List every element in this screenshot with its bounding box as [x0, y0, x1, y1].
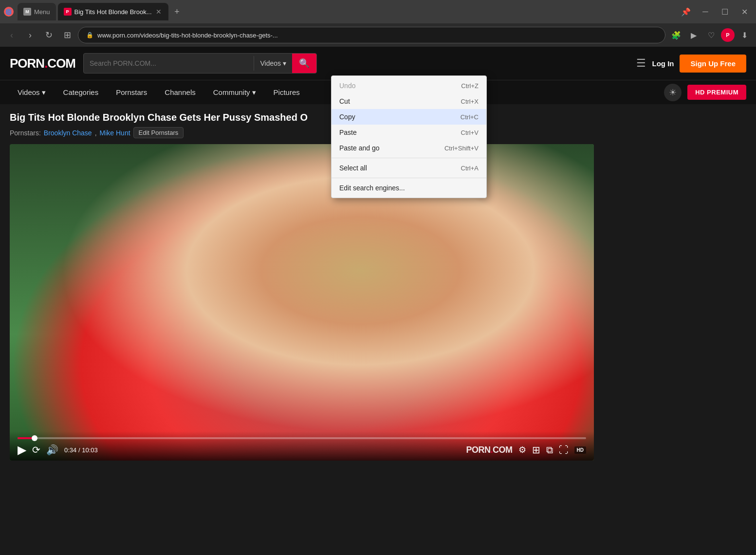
- nav-item-videos[interactable]: Videos ▾: [10, 80, 54, 105]
- progress-handle[interactable]: [32, 435, 37, 441]
- total-time: 10:03: [82, 446, 98, 454]
- context-menu-separator-1: [332, 158, 486, 158]
- site-header: PORN.COM Videos ▾ 🔍 ☰ Log In Sign Up Fre…: [0, 47, 756, 80]
- tab-favicon-porn: P: [64, 8, 72, 16]
- tab-bar: M Menu P Big Tits Hot Blonde Brook... ✕ …: [18, 3, 184, 20]
- forward-button[interactable]: ›: [22, 27, 38, 43]
- controls-row: ▶ ⟳ 🔊 0:34 / 10:03 PORN.COM ⚙: [18, 443, 586, 457]
- pornstars-label: Pornstars:: [10, 129, 41, 137]
- hamburger-menu-icon[interactable]: ☰: [636, 57, 646, 70]
- context-menu-undo[interactable]: Undo Ctrl+Z: [332, 78, 486, 93]
- tab-favicon-menu: M: [23, 8, 31, 16]
- pornstar-separator: ,: [95, 129, 97, 137]
- search-icon: 🔍: [299, 58, 310, 69]
- window-close-icon[interactable]: ✕: [737, 4, 752, 19]
- reload-button[interactable]: ↻: [41, 27, 56, 43]
- favorites-icon[interactable]: ♡: [703, 27, 719, 43]
- window-minimize-icon[interactable]: ─: [698, 4, 713, 19]
- nav-item-channels[interactable]: Channels: [157, 80, 203, 105]
- lock-icon: 🔒: [86, 32, 93, 38]
- grid-chapters-icon[interactable]: ⊞: [532, 444, 540, 456]
- browser-toolbar: ‹ › ↻ ⊞ 🔒 www.porn.com/videos/big-tits-h…: [0, 23, 756, 47]
- ctx-cut-label: Cut: [339, 97, 350, 105]
- edit-pornstars-button[interactable]: Edit Pornstars: [133, 127, 184, 138]
- video-controls: ▶ ⟳ 🔊 0:34 / 10:03 PORN.COM ⚙: [10, 431, 594, 461]
- settings-icon[interactable]: ⚙: [518, 444, 526, 455]
- search-filter-label: Videos: [260, 59, 281, 67]
- context-menu-edit-search[interactable]: Edit search engines...: [332, 180, 486, 196]
- ctx-select-all-label: Select all: [339, 164, 367, 172]
- video-background: [10, 144, 594, 461]
- media-icon[interactable]: ▶: [686, 27, 701, 43]
- logo-com: COM: [47, 56, 75, 71]
- watermark-text: PORN: [466, 445, 491, 455]
- back-button[interactable]: ‹: [4, 27, 19, 43]
- search-bar: Videos ▾ 🔍: [83, 53, 317, 74]
- progress-bar[interactable]: [18, 437, 586, 439]
- ctx-copy-label: Copy: [339, 113, 355, 121]
- chevron-down-icon: ▾: [252, 88, 256, 97]
- context-menu-separator-2: [332, 178, 486, 178]
- search-filter-dropdown[interactable]: Videos ▾: [254, 59, 292, 67]
- pip-button[interactable]: ⧉: [546, 444, 553, 456]
- ctx-cut-shortcut: Ctrl+X: [461, 98, 479, 105]
- browser-chrome: 🌀 M Menu P Big Tits Hot Blonde Brook... …: [0, 0, 756, 47]
- window-maximize-icon[interactable]: ☐: [717, 4, 733, 19]
- volume-button[interactable]: 🔊: [46, 444, 58, 456]
- window-controls: 📌 ─ ☐ ✕: [678, 4, 752, 19]
- search-input[interactable]: [84, 59, 254, 67]
- signup-button[interactable]: Sign Up Free: [680, 55, 746, 73]
- chevron-down-icon: ▾: [42, 88, 46, 97]
- nav-item-pictures[interactable]: Pictures: [266, 80, 308, 105]
- browser-logo-icon: 🌀: [4, 7, 14, 17]
- grid-view-button[interactable]: ⊞: [59, 27, 75, 43]
- login-button[interactable]: Log In: [652, 59, 674, 68]
- fullscreen-button[interactable]: ⛶: [559, 444, 569, 456]
- nav-item-categories[interactable]: Categories: [55, 80, 107, 105]
- pornstar-link-brooklyn[interactable]: Brooklyn Chase: [44, 129, 92, 137]
- browser-titlebar: 🌀 M Menu P Big Tits Hot Blonde Brook... …: [0, 0, 756, 23]
- ctx-edit-search-label: Edit search engines...: [339, 184, 405, 192]
- pornstar-link-mike[interactable]: Mike Hunt: [100, 129, 130, 137]
- tab-close-icon[interactable]: ✕: [155, 8, 163, 16]
- context-menu-copy[interactable]: Copy Ctrl+C: [332, 109, 486, 125]
- toolbar-icons: 🧩 ▶ ♡ P ⬇: [668, 27, 752, 43]
- video-frame[interactable]: ▶ ⟳ 🔊 0:34 / 10:03 PORN.COM ⚙: [10, 144, 594, 461]
- context-menu: Undo Ctrl+Z Cut Ctrl+X Copy Ctrl+C Paste…: [331, 75, 487, 198]
- context-menu-paste[interactable]: Paste Ctrl+V: [332, 125, 486, 140]
- window-pin-icon[interactable]: 📌: [678, 4, 694, 19]
- ctx-undo-shortcut: Ctrl+Z: [461, 82, 479, 90]
- profile-avatar[interactable]: P: [721, 28, 735, 42]
- search-button[interactable]: 🔍: [292, 53, 316, 74]
- tab-porn[interactable]: P Big Tits Hot Blonde Brook... ✕: [58, 3, 168, 20]
- time-display: 0:34 / 10:03: [64, 446, 98, 454]
- chevron-down-icon: ▾: [283, 59, 286, 67]
- tab-label-menu: Menu: [34, 8, 50, 16]
- header-right: ☰ Log In Sign Up Free: [636, 55, 746, 73]
- ctx-undo-label: Undo: [339, 82, 355, 90]
- extensions-icon[interactable]: 🧩: [668, 27, 684, 43]
- play-button[interactable]: ▶: [18, 443, 26, 457]
- ctx-paste-shortcut: Ctrl+V: [461, 129, 479, 136]
- context-menu-paste-go[interactable]: Paste and go Ctrl+Shift+V: [332, 140, 486, 156]
- context-menu-cut[interactable]: Cut Ctrl+X: [332, 93, 486, 109]
- hd-premium-button[interactable]: HD PREMIUM: [687, 85, 746, 100]
- tab-label-porn: Big Tits Hot Blonde Brook...: [74, 8, 152, 16]
- ctx-paste-go-label: Paste and go: [339, 144, 380, 152]
- current-time: 0:34: [64, 446, 76, 454]
- ctx-paste-go-shortcut: Ctrl+Shift+V: [444, 145, 479, 152]
- site-logo[interactable]: PORN.COM: [10, 56, 75, 71]
- new-tab-button[interactable]: +: [170, 5, 184, 18]
- address-bar[interactable]: 🔒 www.porn.com/videos/big-tits-hot-blond…: [78, 27, 665, 43]
- nav-item-community[interactable]: Community ▾: [205, 80, 264, 105]
- tab-menu[interactable]: M Menu: [18, 3, 56, 20]
- download-icon[interactable]: ⬇: [737, 27, 752, 43]
- nav-right: ☀ HD PREMIUM: [664, 84, 746, 101]
- address-text: www.porn.com/videos/big-tits-hot-blonde-…: [97, 32, 657, 39]
- theme-toggle-button[interactable]: ☀: [664, 84, 682, 101]
- rewind-button[interactable]: ⟳: [32, 444, 40, 456]
- context-menu-select-all[interactable]: Select all Ctrl+A: [332, 160, 486, 176]
- hd-badge: HD: [574, 446, 586, 454]
- watermark-com: COM: [493, 445, 513, 455]
- nav-item-pornstars[interactable]: Pornstars: [108, 80, 155, 105]
